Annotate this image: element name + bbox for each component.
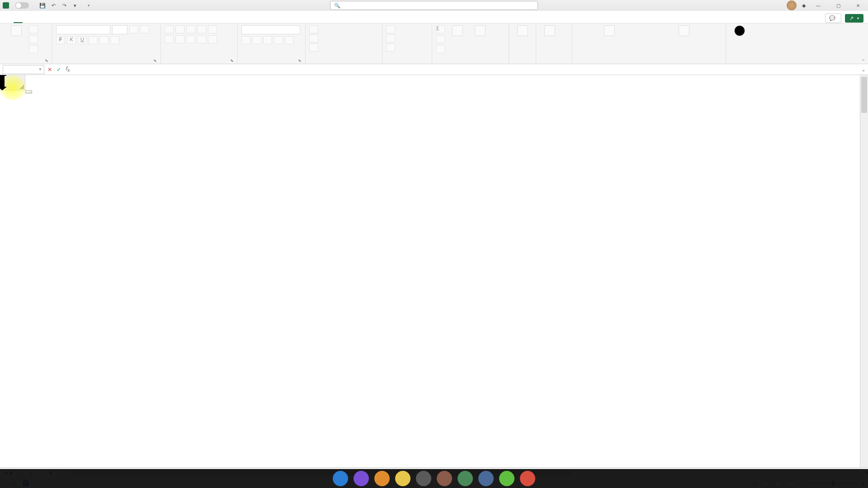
taskbar-app-icon[interactable]	[520, 471, 535, 486]
fx-icon[interactable]: fx	[63, 66, 72, 73]
format-painter-icon[interactable]	[29, 45, 38, 53]
taskbar-app-icon[interactable]	[395, 471, 410, 486]
align-right-icon[interactable]	[186, 35, 195, 43]
paste-button[interactable]	[6, 25, 26, 37]
percent-icon[interactable]	[252, 36, 261, 44]
comma-icon[interactable]	[263, 36, 272, 44]
indent-increase-icon[interactable]	[208, 35, 217, 43]
tab-ansicht[interactable]	[68, 19, 77, 23]
worksheet-grid[interactable]	[0, 75, 868, 467]
orientation-icon[interactable]	[197, 25, 206, 33]
formula-confirm-button[interactable]: ✓	[54, 66, 63, 73]
formula-expand-icon[interactable]: ⌄	[859, 66, 868, 73]
tab-start[interactable]	[14, 18, 23, 23]
taskbar-app-icon[interactable]	[478, 471, 494, 486]
taskbar-app-icon[interactable]	[416, 471, 431, 486]
taskbar-app-icon[interactable]	[458, 471, 473, 486]
wrap-text-icon[interactable]	[208, 25, 217, 33]
chatgpt-button[interactable]	[730, 25, 750, 37]
tab-ueberpruefen[interactable]	[59, 19, 68, 23]
close-button[interactable]: ✕	[851, 1, 865, 10]
bold-icon[interactable]: F	[56, 36, 65, 44]
qat-customize-icon[interactable]: ▾	[71, 1, 79, 9]
insert-cells-button[interactable]	[386, 25, 398, 33]
format-cells-button[interactable]	[386, 43, 398, 52]
italic-icon[interactable]: K	[67, 36, 76, 44]
function-tooltip[interactable]	[25, 90, 32, 93]
taskbar-app-icon[interactable]	[354, 471, 369, 486]
delete-cells-button[interactable]	[386, 34, 398, 42]
acrobat-create-outlook-button[interactable]	[646, 25, 722, 37]
tab-hilfe[interactable]	[86, 19, 95, 23]
tab-daten[interactable]	[50, 19, 59, 23]
taskbar-app-icon[interactable]	[374, 471, 390, 486]
taskbar-app-icon[interactable]	[333, 471, 348, 486]
dialog-launcher-icon[interactable]: ⬊	[298, 58, 302, 63]
toggle-switch-icon[interactable]	[15, 2, 29, 9]
fill-icon[interactable]	[436, 35, 445, 43]
dialog-launcher-icon[interactable]: ⬊	[153, 58, 157, 63]
search-input[interactable]: 🔍	[330, 1, 538, 10]
font-color-icon[interactable]	[110, 36, 119, 44]
decrease-font-icon[interactable]	[140, 25, 149, 33]
underline-icon[interactable]: U	[78, 36, 87, 44]
maximize-button[interactable]: ▢	[831, 1, 845, 10]
border-icon[interactable]	[89, 36, 98, 44]
autosave-toggle[interactable]	[13, 2, 29, 9]
dialog-launcher-icon[interactable]: ⬊	[45, 58, 48, 63]
align-center-icon[interactable]	[175, 35, 184, 43]
taskbar-app-icon[interactable]	[437, 471, 452, 486]
fill-color-icon[interactable]	[99, 36, 108, 44]
document-name[interactable]: ▾	[86, 3, 90, 8]
scrollbar-thumb[interactable]	[861, 77, 867, 113]
ribbon-collapse-icon[interactable]: ⌄	[861, 56, 865, 62]
cells-area[interactable]	[25, 90, 860, 467]
increase-decimal-icon[interactable]	[274, 36, 283, 44]
clear-icon[interactable]	[436, 45, 445, 53]
save-icon[interactable]: 💾	[38, 1, 47, 9]
align-bottom-icon[interactable]	[186, 25, 195, 33]
autosum-icon[interactable]: Σ	[436, 25, 445, 33]
name-box[interactable]: ▼	[3, 65, 44, 74]
sort-filter-button[interactable]	[448, 25, 467, 37]
tab-datei[interactable]	[5, 19, 14, 23]
acrobat-create-links-button[interactable]	[576, 25, 643, 37]
number-format-select[interactable]	[241, 25, 300, 34]
font-size-input[interactable]	[112, 25, 127, 34]
comments-button[interactable]: 💬	[825, 14, 841, 23]
align-top-icon[interactable]	[165, 25, 174, 33]
share-button[interactable]: ↗ ▾	[845, 14, 863, 23]
vertical-scrollbar[interactable]	[860, 75, 868, 467]
align-middle-icon[interactable]	[175, 25, 184, 33]
currency-icon[interactable]	[241, 36, 250, 44]
user-avatar-icon[interactable]	[787, 0, 797, 10]
find-select-button[interactable]	[470, 25, 490, 37]
taskbar-app-icon[interactable]	[499, 471, 514, 486]
formula-cancel-button[interactable]: ✕	[45, 66, 54, 73]
font-name-input[interactable]	[56, 25, 110, 34]
align-left-icon[interactable]	[165, 35, 174, 43]
conditional-formatting-button[interactable]	[309, 25, 321, 33]
tab-formeln[interactable]	[41, 19, 50, 23]
addins-button[interactable]	[513, 25, 532, 37]
minimize-button[interactable]: —	[811, 1, 826, 10]
diamond-icon[interactable]: ◆	[802, 3, 806, 9]
cell-styles-button[interactable]	[309, 43, 321, 52]
select-all-corner[interactable]	[0, 75, 25, 90]
column-headers[interactable]	[25, 75, 860, 90]
decrease-decimal-icon[interactable]	[285, 36, 294, 44]
cut-icon[interactable]	[29, 25, 38, 33]
dialog-launcher-icon[interactable]: ⬊	[230, 58, 234, 63]
format-as-table-button[interactable]	[309, 34, 321, 42]
tab-acrobat[interactable]	[95, 19, 104, 23]
copy-icon[interactable]	[29, 35, 38, 43]
chevron-down-icon[interactable]: ▼	[38, 67, 42, 71]
tab-einfuegen[interactable]	[23, 19, 32, 23]
tab-entwicklertools[interactable]	[77, 19, 86, 23]
undo-icon[interactable]: ↶	[49, 1, 57, 9]
tab-seitenlayout[interactable]	[32, 19, 41, 23]
redo-icon[interactable]: ↷	[60, 1, 68, 9]
indent-decrease-icon[interactable]	[197, 35, 206, 43]
data-analysis-button[interactable]	[540, 25, 560, 37]
increase-font-icon[interactable]	[129, 25, 138, 33]
